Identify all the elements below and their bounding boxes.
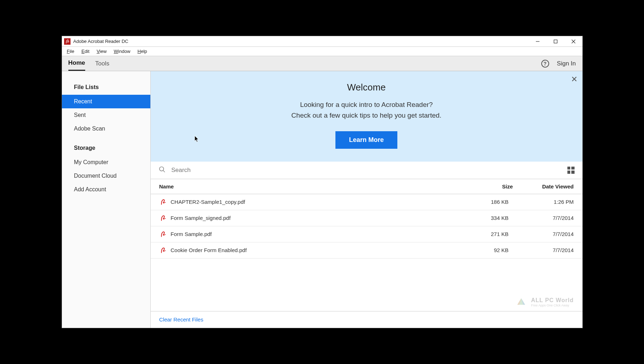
close-button[interactable]: [565, 36, 582, 47]
main-content: ✕ Welcome Looking for a quick intro to A…: [151, 71, 582, 328]
table-row[interactable]: CHAPTER2-Sample1_copy.pdf 186 KB 1:26 PM: [151, 194, 582, 210]
application-window: Adobe Acrobat Reader DC File Edit View W…: [62, 36, 583, 328]
clear-recent-link[interactable]: Clear Recent Files: [159, 316, 203, 323]
tab-tools[interactable]: Tools: [95, 56, 110, 71]
banner-title: Welcome: [158, 82, 575, 93]
toolbar-tabs: Home Tools: [68, 56, 110, 71]
app-icon: [64, 38, 71, 45]
window-controls: [529, 36, 582, 47]
grid-view-icon[interactable]: [567, 167, 575, 174]
col-header-size[interactable]: Size: [463, 183, 513, 190]
sidebar-item-document-cloud[interactable]: Document Cloud: [62, 169, 150, 183]
file-name: Cookie Order Form Enabled.pdf: [171, 247, 459, 253]
menu-help[interactable]: Help: [135, 48, 150, 55]
tab-home[interactable]: Home: [68, 56, 85, 71]
file-size: 92 KB: [463, 247, 509, 253]
svg-line-5: [163, 170, 165, 172]
search-icon: [159, 166, 166, 174]
pdf-icon: [159, 198, 166, 206]
file-size: 334 KB: [463, 215, 509, 221]
file-size: 271 KB: [463, 231, 509, 237]
titlebar: Adobe Acrobat Reader DC: [62, 36, 582, 47]
file-name: CHAPTER2-Sample1_copy.pdf: [171, 199, 459, 205]
svg-point-4: [159, 167, 164, 171]
pdf-icon: [159, 215, 166, 222]
window-title: Adobe Acrobat Reader DC: [73, 39, 129, 44]
menubar: File Edit View Window Help: [62, 47, 582, 56]
watermark: ALL PC World Free Apps One Click Away: [515, 296, 574, 309]
sidebar-item-sent[interactable]: Sent: [62, 108, 150, 122]
search-row: [151, 162, 582, 179]
menu-file[interactable]: File: [64, 48, 77, 55]
learn-more-button[interactable]: Learn More: [335, 131, 397, 149]
pdf-icon: [159, 247, 166, 254]
svg-rect-1: [554, 40, 557, 43]
col-header-date[interactable]: Date Viewed: [513, 183, 574, 190]
file-date: 1:26 PM: [513, 199, 574, 205]
file-date: 7/7/2014: [513, 231, 574, 237]
sidebar-item-recent[interactable]: Recent: [62, 95, 150, 108]
pdf-icon: [159, 231, 166, 238]
file-date: 7/7/2014: [513, 215, 574, 221]
file-date: 7/7/2014: [513, 247, 574, 253]
sidebar-item-adobe-scan[interactable]: Adobe Scan: [62, 122, 150, 136]
file-name: Form Sample_signed.pdf: [171, 215, 459, 221]
banner-line1: Looking for a quick intro to Acrobat Rea…: [300, 101, 433, 108]
toolbar: Home Tools ? Sign In: [62, 56, 582, 71]
file-name: Form Sample.pdf: [171, 231, 459, 237]
search-input[interactable]: [171, 167, 562, 174]
banner-close-icon[interactable]: ✕: [571, 75, 577, 84]
sidebar: File Lists Recent Sent Adobe Scan Storag…: [62, 71, 151, 328]
watermark-sub: Free Apps One Click Away: [531, 304, 574, 307]
sidebar-header-storage: Storage: [62, 142, 150, 156]
sidebar-header-filelists: File Lists: [62, 81, 150, 95]
file-size: 186 KB: [463, 199, 509, 205]
toolbar-right: ? Sign In: [541, 60, 576, 68]
help-icon[interactable]: ?: [541, 60, 549, 68]
maximize-button[interactable]: [547, 36, 565, 47]
watermark-text: ALL PC World: [531, 297, 574, 304]
menu-edit[interactable]: Edit: [78, 48, 92, 55]
banner-text: Looking for a quick intro to Acrobat Rea…: [158, 99, 575, 121]
table-row[interactable]: Form Sample.pdf 271 KB 7/7/2014: [151, 226, 582, 242]
table-row[interactable]: Cookie Order Form Enabled.pdf 92 KB 7/7/…: [151, 242, 582, 259]
col-header-name[interactable]: Name: [159, 183, 463, 190]
welcome-banner: ✕ Welcome Looking for a quick intro to A…: [151, 71, 582, 162]
table-header: Name Size Date Viewed: [151, 179, 582, 194]
minimize-button[interactable]: [529, 36, 547, 47]
menu-window[interactable]: Window: [111, 48, 133, 55]
signin-button[interactable]: Sign In: [557, 60, 576, 67]
watermark-icon: [515, 296, 528, 309]
titlebar-left: Adobe Acrobat Reader DC: [64, 38, 129, 45]
table-row[interactable]: Form Sample_signed.pdf 334 KB 7/7/2014: [151, 210, 582, 226]
sidebar-item-my-computer[interactable]: My Computer: [62, 156, 150, 169]
sidebar-item-add-account[interactable]: Add Account: [62, 183, 150, 196]
body: File Lists Recent Sent Adobe Scan Storag…: [62, 71, 582, 328]
menu-view[interactable]: View: [94, 48, 110, 55]
banner-line2: Check out a few quick tips to help you g…: [291, 112, 441, 119]
footer: Clear Recent Files: [151, 311, 582, 328]
